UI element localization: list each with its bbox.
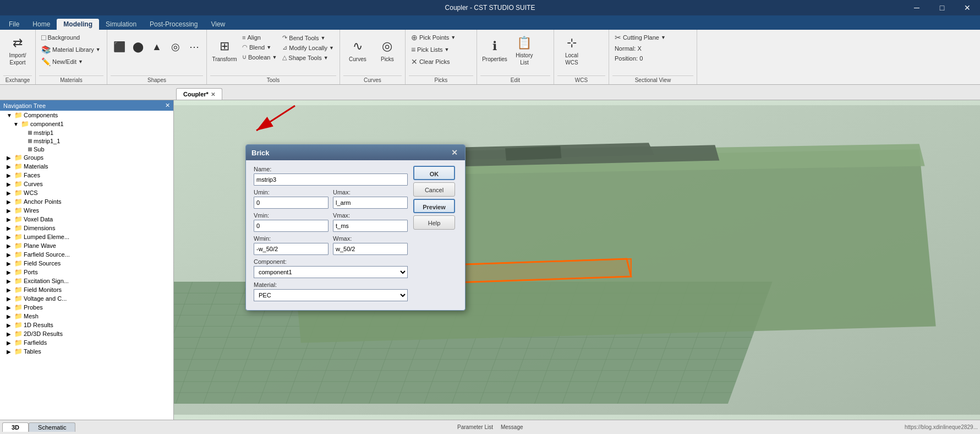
cutting-plane-button[interactable]: ✂ Cutting Plane ▼	[612, 32, 668, 43]
maximize-btn[interactable]: □	[929, 0, 955, 15]
local-wcs-button[interactable]: ⊹ LocalWCS	[557, 32, 586, 69]
folder-icon: 📁	[14, 180, 23, 188]
bottom-tab-schematic[interactable]: Schematic	[29, 422, 75, 432]
tree-item-anchor-points[interactable]: ▶ 📁 Anchor Points	[0, 197, 173, 206]
title-bar: Coupler - CST STUDIO SUITE ─ □ ✕	[0, 0, 980, 15]
tree-item-wcs[interactable]: ▶ 📁 WCS	[0, 188, 173, 197]
history-list-button[interactable]: 📋 HistoryList	[510, 32, 539, 69]
blend-icon: ◠	[242, 44, 248, 51]
ok-button[interactable]: OK	[413, 166, 455, 180]
picks-icon: ◎	[382, 39, 392, 55]
align-button[interactable]: ≡ Align	[240, 33, 279, 42]
name-input[interactable]	[254, 173, 408, 186]
tab-coupler[interactable]: Coupler* ✕	[176, 88, 222, 100]
tools-buttons: ⊞ Transform ≡ Align ◠ Blend ▼ ∪ Boolean …	[210, 32, 336, 75]
tree-item-faces[interactable]: ▶ 📁 Faces	[0, 171, 173, 180]
preview-button[interactable]: Preview	[413, 199, 455, 213]
tree-item-farfields[interactable]: ▶ 📁 Farfields	[0, 338, 173, 347]
tree-item-component1[interactable]: ▼ 📁 component1	[0, 120, 173, 128]
expand-icon: ▶	[7, 155, 13, 161]
tree-item-components[interactable]: ▼ 📁 Components	[0, 111, 173, 120]
tree-item-1d-results[interactable]: ▶ 📁 1D Results	[0, 321, 173, 329]
cancel-button[interactable]: Cancel	[413, 182, 455, 197]
nav-tree-close[interactable]: ✕	[165, 102, 170, 109]
ribbon-tab-simulation[interactable]: Simulation	[99, 19, 143, 30]
tree-item-sub[interactable]: ◼ Sub	[0, 145, 173, 153]
umin-input[interactable]	[254, 197, 329, 209]
folder-icon: 📁	[14, 259, 23, 267]
tree-item-field-monitors[interactable]: ▶ 📁 Field Monitors	[0, 285, 173, 294]
wmin-col: Wmin:	[254, 235, 329, 255]
vmax-input[interactable]	[333, 220, 408, 232]
background-button[interactable]: □ Background	[39, 32, 82, 43]
umax-input[interactable]	[333, 197, 408, 209]
ribbon-tab-home[interactable]: Home	[26, 19, 57, 30]
tree-item-materials[interactable]: ▶ 📁 Materials	[0, 162, 173, 171]
shape-btn-4[interactable]: ◎	[167, 32, 184, 63]
minimize-btn[interactable]: ─	[904, 0, 929, 15]
blend-button[interactable]: ◠ Blend ▼	[240, 42, 279, 52]
ribbon-tab-view[interactable]: View	[204, 19, 232, 30]
component-row: Component: component1	[254, 258, 408, 278]
help-button[interactable]: Help	[413, 215, 455, 230]
picks-button[interactable]: ◎ Picks	[373, 32, 402, 69]
tree-item-voltage-current[interactable]: ▶ 📁 Voltage and C...	[0, 294, 173, 303]
folder-icon: 📁	[14, 198, 23, 205]
tree-item-voxel-data[interactable]: ▶ 📁 Voxel Data	[0, 215, 173, 224]
viewport[interactable]: u v w	[174, 100, 980, 420]
tree-item-probes[interactable]: ▶ 📁 Probes	[0, 303, 173, 312]
boolean-icon: ∪	[242, 53, 247, 61]
folder-icon: 📁	[14, 330, 23, 338]
shape-btn-1[interactable]: ⬛	[111, 32, 128, 63]
tree-item-mesh[interactable]: ▶ 📁 Mesh	[0, 312, 173, 321]
tree-item-2d-3d-results[interactable]: ▶ 📁 2D/3D Results	[0, 329, 173, 338]
tree-item-mstrip1[interactable]: ◼ mstrip1	[0, 128, 173, 137]
clear-picks-button[interactable]: ✕ Clear Picks	[409, 56, 452, 67]
dialog-actions: OK Cancel Preview Help	[413, 166, 457, 305]
tree-item-field-sources[interactable]: ▶ 📁 Field Sources	[0, 259, 173, 268]
tree-item-curves[interactable]: ▶ 📁 Curves	[0, 180, 173, 188]
align-icon: ≡	[242, 34, 245, 41]
close-btn[interactable]: ✕	[955, 0, 980, 15]
shape-btn-3[interactable]: ▲	[148, 32, 166, 63]
folder-icon: 📁	[14, 207, 23, 214]
pick-lists-button[interactable]: ≡ Pick Lists ▼	[409, 44, 452, 55]
modify-locally-button[interactable]: ⊿ Modify Locally ▼	[280, 43, 336, 52]
wmax-input[interactable]	[333, 243, 408, 255]
pick-points-button[interactable]: ⊕ Pick Points ▼	[409, 32, 458, 43]
properties-button[interactable]: ℹ Properties	[480, 32, 509, 69]
tree-item-mstrip1-1[interactable]: ◼ mstrip1_1	[0, 137, 173, 145]
component-select[interactable]: component1	[254, 266, 408, 278]
tree-item-excitation-signals[interactable]: ▶ 📁 Excitation Sign...	[0, 276, 173, 285]
tree-item-wires[interactable]: ▶ 📁 Wires	[0, 206, 173, 215]
tree-item-farfield-sources[interactable]: ▶ 📁 Farfield Source...	[0, 250, 173, 259]
wmin-input[interactable]	[254, 243, 329, 255]
new-edit-button[interactable]: ✏️ New/Edit ▼	[39, 56, 85, 67]
shape-btn-2[interactable]: ⬤	[129, 32, 147, 63]
material-library-button[interactable]: 📚 Material Library ▼	[39, 44, 103, 55]
properties-icon: ℹ	[492, 39, 497, 55]
picks-group-buttons: ⊕ Pick Points ▼ ≡ Pick Lists ▼ ✕ Clear P…	[409, 32, 473, 75]
shape-tools-button[interactable]: △ Shape Tools ▼	[280, 53, 336, 62]
tree-item-ports[interactable]: ▶ 📁 Ports	[0, 268, 173, 276]
ribbon-tab-postprocessing[interactable]: Post-Processing	[143, 19, 204, 30]
tree-item-plane-wave[interactable]: ▶ 📁 Plane Wave	[0, 241, 173, 250]
ribbon-tab-modeling[interactable]: Modeling	[57, 19, 99, 30]
tree-item-tables[interactable]: ▶ 📁 Tables	[0, 347, 173, 356]
import-export-button[interactable]: ⇄ Import/Export	[3, 32, 32, 69]
vmin-input[interactable]	[254, 220, 329, 232]
ribbon-tab-file[interactable]: File	[2, 19, 26, 30]
tab-close-icon[interactable]: ✕	[211, 91, 215, 97]
tree-item-lumped-elements[interactable]: ▶ 📁 Lumped Eleme...	[0, 232, 173, 241]
boolean-button[interactable]: ∪ Boolean ▼	[240, 52, 279, 62]
curves-button[interactable]: ∿ Curves	[343, 32, 372, 69]
tree-item-dimensions[interactable]: ▶ 📁 Dimensions	[0, 224, 173, 232]
sectional-label: Sectional View	[612, 75, 693, 83]
shape-btn-5[interactable]: ⋯	[185, 32, 203, 63]
bend-tools-button[interactable]: ↷ Bend Tools ▼	[280, 33, 336, 42]
dialog-close-button[interactable]: ✕	[450, 148, 459, 158]
material-select[interactable]: PEC	[254, 289, 408, 301]
tree-item-groups[interactable]: ▶ 📁 Groups	[0, 153, 173, 162]
transform-button[interactable]: ⊞ Transform	[210, 32, 239, 69]
bottom-tab-3d[interactable]: 3D	[2, 422, 29, 432]
